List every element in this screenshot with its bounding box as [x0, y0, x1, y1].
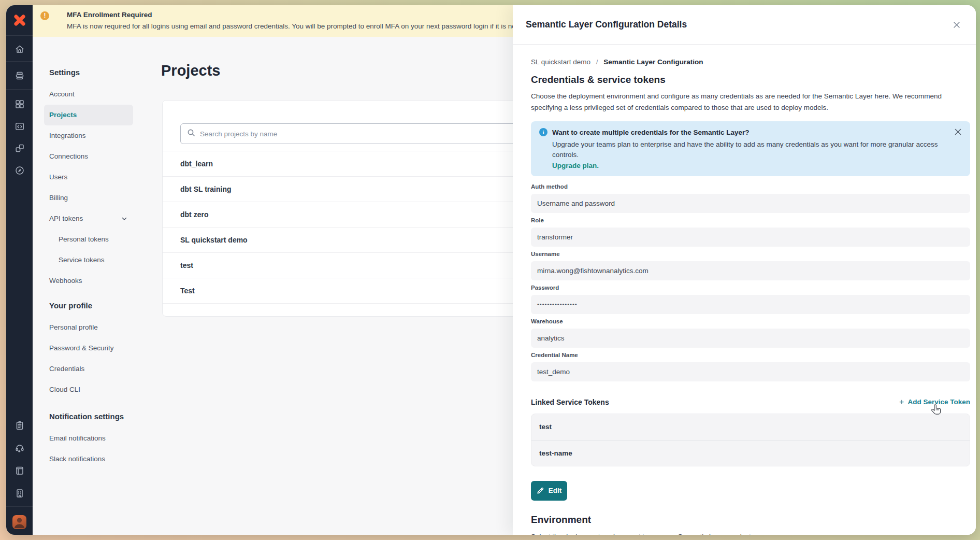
environment-description: Select the deployment environment to run…: [531, 533, 969, 535]
username-label: Username: [531, 251, 969, 259]
auth-method-field: Username and password: [531, 194, 970, 213]
organization-icon[interactable]: [12, 486, 26, 500]
search-icon: [187, 129, 195, 139]
sidebar-item-billing[interactable]: Billing: [44, 188, 133, 208]
checklist-icon[interactable]: [12, 418, 26, 432]
section-description: Choose the deployment environment and co…: [531, 91, 969, 113]
support-icon[interactable]: [12, 440, 26, 454]
deploy-icon[interactable]: [12, 68, 26, 82]
token-row[interactable]: test-name: [531, 440, 970, 466]
pencil-icon: [537, 487, 544, 494]
sidebar-item-cloud-cli[interactable]: Cloud CLI: [44, 379, 133, 400]
warehouse-field: analytics: [531, 329, 970, 348]
sidebar-item-account[interactable]: Account: [44, 84, 133, 105]
dbt-logo-icon[interactable]: [12, 12, 27, 28]
upgrade-plan-link[interactable]: Upgrade plan.: [552, 162, 962, 169]
sidebar-item-connections[interactable]: Connections: [44, 146, 133, 167]
icon-rail: [6, 5, 33, 535]
info-banner-message: Upgrade your teams plan to enterprise an…: [552, 139, 962, 161]
projects-icon[interactable]: [12, 141, 26, 155]
breadcrumb-separator: /: [596, 58, 598, 66]
username-field: mirna.wong@fishtownanalytics.com: [531, 261, 970, 280]
warehouse-label: Warehouse: [531, 318, 969, 326]
info-icon: i: [539, 128, 547, 136]
auth-method-label: Auth method: [531, 183, 969, 192]
sidebar-item-credentials[interactable]: Credentials: [44, 359, 133, 379]
password-field: ••••••••••••••••: [531, 295, 970, 314]
info-banner-title: Want to create multiple credentials for …: [552, 129, 750, 136]
sidebar-item-projects[interactable]: Projects: [44, 105, 133, 125]
info-close-icon[interactable]: [954, 128, 962, 136]
token-row[interactable]: test: [531, 414, 970, 440]
credential-fields: Auth method Username and password Role t…: [531, 183, 969, 381]
edit-button-label: Edit: [549, 487, 562, 494]
sidebar-item-service-tokens[interactable]: Service tokens: [44, 250, 133, 271]
sidebar-item-api-tokens[interactable]: API tokens: [44, 208, 133, 229]
notifications-nav-header: Notification settings: [44, 410, 133, 425]
panel-body: SL quickstart demo / Semantic Layer Conf…: [513, 58, 976, 535]
page-title: Projects: [161, 62, 220, 79]
user-avatar[interactable]: [12, 515, 26, 529]
role-label: Role: [531, 217, 969, 225]
edit-button[interactable]: Edit: [531, 481, 567, 501]
sidebar-item-personal-tokens[interactable]: Personal tokens: [44, 229, 133, 250]
password-label: Password: [531, 285, 969, 293]
explore-icon[interactable]: [12, 163, 26, 177]
credential-name-field: test_demo: [531, 362, 970, 381]
close-icon[interactable]: [950, 18, 963, 32]
mfa-banner: ! MFA Enrollment Required MFA is now req…: [33, 5, 513, 37]
mfa-banner-message: MFA is now required for all logins using…: [67, 22, 513, 30]
sidebar-item-integrations[interactable]: Integrations: [44, 125, 133, 146]
develop-icon[interactable]: [12, 119, 26, 133]
environment-title: Environment: [531, 514, 969, 529]
role-field: transformer: [531, 228, 970, 247]
breadcrumb: SL quickstart demo / Semantic Layer Conf…: [531, 58, 969, 66]
home-icon[interactable]: [12, 42, 26, 56]
semantic-layer-panel: Semantic Layer Configuration Details SL …: [513, 5, 976, 535]
panel-title: Semantic Layer Configuration Details: [526, 19, 950, 30]
panel-header: Semantic Layer Configuration Details: [513, 5, 976, 45]
breadcrumb-current: Semantic Layer Configuration: [603, 58, 703, 66]
sidebar-item-email-notifications[interactable]: Email notifications: [44, 428, 133, 449]
credential-name-label: Credential Name: [531, 352, 969, 360]
sidebar-item-webhooks[interactable]: Webhooks: [44, 271, 133, 291]
settings-nav-header: Settings: [44, 66, 133, 81]
sidebar-item-password-security[interactable]: Password & Security: [44, 338, 133, 359]
add-service-token-label: Add Service Token: [907, 398, 970, 406]
dashboard-icon[interactable]: [12, 97, 26, 111]
section-title: Credentials & service tokens: [531, 74, 969, 86]
mfa-banner-title: MFA Enrollment Required: [67, 11, 513, 19]
linked-tokens-title: Linked Service Tokens: [531, 398, 609, 406]
sidebar-item-personal-profile[interactable]: Personal profile: [44, 317, 133, 338]
app-window: ! MFA Enrollment Required MFA is now req…: [6, 5, 976, 535]
sidebar-item-users[interactable]: Users: [44, 167, 133, 188]
profile-nav-header: Your profile: [44, 300, 133, 314]
breadcrumb-parent[interactable]: SL quickstart demo: [531, 58, 590, 66]
service-token-list: test test-name: [531, 414, 970, 466]
plus-icon: +: [899, 397, 904, 407]
warning-icon: !: [40, 11, 49, 20]
docs-icon[interactable]: [12, 463, 26, 477]
settings-nav: Settings Account Projects Integrations C…: [44, 66, 133, 470]
chevron-down-icon: [121, 215, 128, 222]
sidebar-item-slack-notifications[interactable]: Slack notifications: [44, 449, 133, 470]
linked-tokens-header: Linked Service Tokens + Add Service Toke…: [531, 397, 970, 407]
add-service-token-button[interactable]: + Add Service Token: [899, 397, 970, 407]
upgrade-info-banner: i Want to create multiple credentials fo…: [531, 121, 970, 176]
